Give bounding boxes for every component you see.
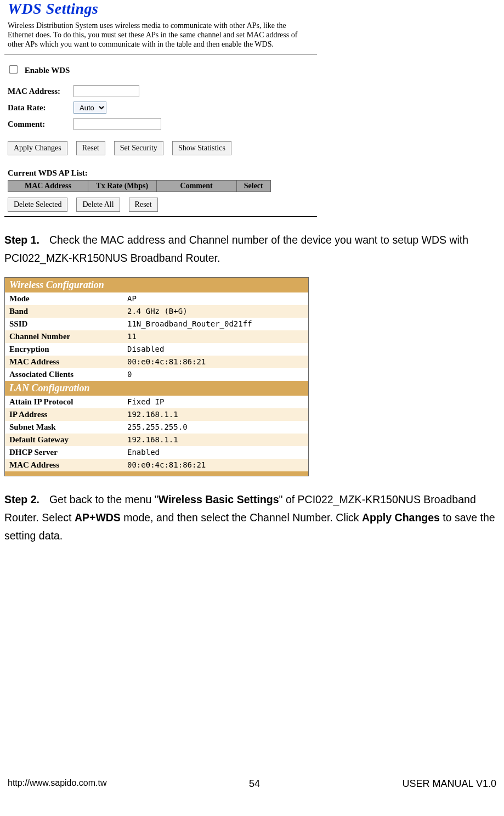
enable-wds-row: Enable WDS <box>8 66 314 75</box>
config-key: IP Address <box>5 408 123 421</box>
wireless-basic-settings-bold: Wireless Basic Settings <box>158 493 279 505</box>
config-value: 192.168.1.1 <box>123 434 308 446</box>
config-row: SSID11N_Broadband_Router_0d21ff <box>5 318 308 330</box>
config-row: Attain IP ProtocolFixed IP <box>5 396 308 408</box>
step2-lead: Step 2. <box>4 493 39 505</box>
config-key: DHCP Server <box>5 446 123 459</box>
config-key: SSID <box>5 318 123 330</box>
footer-version: USER MANUAL V1.0 <box>403 778 496 790</box>
ap-wds-bold: AP+WDS <box>75 511 121 524</box>
config-key: MAC Address <box>5 459 123 471</box>
config-row: Band2.4 GHz (B+G) <box>5 305 308 318</box>
config-row: MAC Address00:e0:4c:81:86:21 <box>5 356 308 368</box>
config-key: Subnet Mask <box>5 421 123 434</box>
reset-button-2[interactable]: Reset <box>129 198 158 212</box>
config-cutoff <box>5 471 308 476</box>
config-row: Subnet Mask255.255.255.0 <box>5 421 308 434</box>
comment-label: Comment: <box>8 120 73 129</box>
page-footer: http://www.sapido.com.tw 54 USER MANUAL … <box>0 778 504 790</box>
config-value: 0 <box>123 368 308 381</box>
config-row: EncryptionDisabled <box>5 343 308 356</box>
config-value: Disabled <box>123 343 308 356</box>
config-value: Enabled <box>123 446 308 459</box>
config-row: Channel Number11 <box>5 330 308 343</box>
step1-lead: Step 1. <box>4 234 39 246</box>
config-key: Band <box>5 305 123 318</box>
config-value: 192.168.1.1 <box>123 408 308 421</box>
config-value: 00:e0:4c:81:86:21 <box>123 356 308 368</box>
wds-description: Wireless Distribution System uses wirele… <box>4 21 317 55</box>
config-row: ModeAP <box>5 292 308 305</box>
config-key: Attain IP Protocol <box>5 396 123 408</box>
data-rate-select[interactable]: Auto <box>73 102 106 114</box>
apply-changes-bold: Apply Changes <box>362 511 440 524</box>
reset-button[interactable]: Reset <box>76 141 105 155</box>
th-select: Select <box>236 181 270 192</box>
wds-title: WDS Settings <box>4 0 317 21</box>
comment-input[interactable] <box>73 118 161 130</box>
data-rate-label: Data Rate: <box>8 103 73 112</box>
config-row: MAC Address00:e0:4c:81:86:21 <box>5 459 308 471</box>
wds-panel: WDS Settings Wireless Distribution Syste… <box>4 0 317 217</box>
config-row: DHCP ServerEnabled <box>5 446 308 459</box>
step2-text: Step 2.Get back to the menu "Wireless Ba… <box>4 491 500 545</box>
enable-wds-label: Enable WDS <box>25 66 70 75</box>
config-key: MAC Address <box>5 356 123 368</box>
config-value: 11 <box>123 330 308 343</box>
config-key: Encryption <box>5 343 123 356</box>
config-row: Default Gateway192.168.1.1 <box>5 434 308 446</box>
th-rate: Tx Rate (Mbps) <box>88 181 156 192</box>
config-key: Channel Number <box>5 330 123 343</box>
wds-aplist-heading: Current WDS AP List: <box>8 168 314 178</box>
config-value: 2.4 GHz (B+G) <box>123 305 308 318</box>
mac-address-input[interactable] <box>73 85 139 97</box>
enable-wds-checkbox[interactable] <box>9 65 18 74</box>
config-row: IP Address192.168.1.1 <box>5 408 308 421</box>
footer-page: 54 <box>249 778 260 790</box>
config-value: AP <box>123 292 308 305</box>
th-comment: Comment <box>156 181 236 192</box>
step1-text: Step 1.Check the MAC address and Channel… <box>4 231 500 267</box>
lan-config-head: LAN Configuration <box>5 381 308 396</box>
apply-changes-button[interactable]: Apply Changes <box>8 141 67 155</box>
wireless-config-head: Wireless Configuration <box>5 278 308 292</box>
config-key: Mode <box>5 292 123 305</box>
footer-url: http://www.sapido.com.tw <box>8 778 107 790</box>
config-key: Default Gateway <box>5 434 123 446</box>
mac-address-label: MAC Address: <box>8 87 73 96</box>
delete-selected-button[interactable]: Delete Selected <box>8 198 67 212</box>
step1-body: Check the MAC address and Channel number… <box>4 234 468 264</box>
set-security-button[interactable]: Set Security <box>114 141 163 155</box>
config-value: 255.255.255.0 <box>123 421 308 434</box>
config-value: 00:e0:4c:81:86:21 <box>123 459 308 471</box>
wds-ap-table: MAC Address Tx Rate (Mbps) Comment Selec… <box>8 180 271 192</box>
config-key: Associated Clients <box>5 368 123 381</box>
config-row: Associated Clients0 <box>5 368 308 381</box>
config-panel: Wireless Configuration ModeAPBand2.4 GHz… <box>4 277 309 476</box>
config-value: Fixed IP <box>123 396 308 408</box>
delete-all-button[interactable]: Delete All <box>76 198 120 212</box>
show-statistics-button[interactable]: Show Statistics <box>172 141 231 155</box>
th-mac: MAC Address <box>8 181 88 192</box>
config-value: 11N_Broadband_Router_0d21ff <box>123 318 308 330</box>
